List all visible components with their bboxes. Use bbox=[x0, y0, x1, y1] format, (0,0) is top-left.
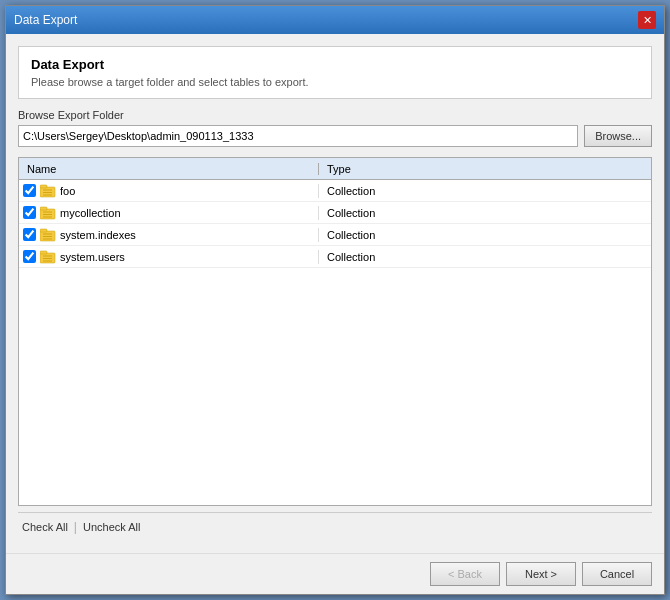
footer: < Back Next > Cancel bbox=[6, 553, 664, 594]
main-content: Data Export Please browse a target folde… bbox=[6, 34, 664, 553]
data-export-window: Data Export ✕ Data Export Please browse … bbox=[5, 5, 665, 595]
folder-section: Browse Export Folder Browse... bbox=[18, 109, 652, 147]
column-header-type: Type bbox=[319, 163, 651, 175]
row-type: Collection bbox=[319, 229, 651, 241]
table-header: Name Type bbox=[19, 158, 651, 180]
table-body: fooCollection mycollectionCollection sys… bbox=[19, 180, 651, 505]
folder-label: Browse Export Folder bbox=[18, 109, 652, 121]
table-row: mycollectionCollection bbox=[19, 202, 651, 224]
row-name: mycollection bbox=[60, 207, 121, 219]
header-title: Data Export bbox=[31, 57, 639, 72]
svg-rect-15 bbox=[40, 253, 55, 263]
check-all-button[interactable]: Check All bbox=[18, 519, 72, 535]
collection-icon bbox=[40, 228, 56, 242]
row-checkbox[interactable] bbox=[23, 228, 36, 241]
header-panel: Data Export Please browse a target folde… bbox=[18, 46, 652, 99]
table-row: fooCollection bbox=[19, 180, 651, 202]
back-button[interactable]: < Back bbox=[430, 562, 500, 586]
collection-icon bbox=[40, 184, 56, 198]
svg-rect-16 bbox=[40, 251, 47, 254]
svg-rect-1 bbox=[40, 185, 47, 188]
browse-button[interactable]: Browse... bbox=[584, 125, 652, 147]
row-type: Collection bbox=[319, 185, 651, 197]
row-checkbox[interactable] bbox=[23, 184, 36, 197]
cancel-button[interactable]: Cancel bbox=[582, 562, 652, 586]
row-name: system.users bbox=[60, 251, 125, 263]
close-button[interactable]: ✕ bbox=[638, 11, 656, 29]
svg-rect-11 bbox=[40, 229, 47, 232]
svg-rect-6 bbox=[40, 207, 47, 210]
svg-rect-0 bbox=[40, 187, 55, 197]
row-name: system.indexes bbox=[60, 229, 136, 241]
header-subtitle: Please browse a target folder and select… bbox=[31, 76, 639, 88]
row-name: foo bbox=[60, 185, 75, 197]
row-type: Collection bbox=[319, 207, 651, 219]
collection-icon bbox=[40, 206, 56, 220]
bottom-actions: Check All | Uncheck All bbox=[18, 512, 652, 541]
row-type: Collection bbox=[319, 251, 651, 263]
collection-icon bbox=[40, 250, 56, 264]
separator: | bbox=[74, 520, 77, 534]
folder-row: Browse... bbox=[18, 125, 652, 147]
window-title: Data Export bbox=[14, 13, 77, 27]
uncheck-all-button[interactable]: Uncheck All bbox=[79, 519, 144, 535]
title-bar-controls: ✕ bbox=[638, 11, 656, 29]
svg-rect-10 bbox=[40, 231, 55, 241]
table-row: system.usersCollection bbox=[19, 246, 651, 268]
next-button[interactable]: Next > bbox=[506, 562, 576, 586]
title-bar: Data Export ✕ bbox=[6, 6, 664, 34]
svg-rect-5 bbox=[40, 209, 55, 219]
column-header-name: Name bbox=[19, 163, 319, 175]
folder-path-input[interactable] bbox=[18, 125, 578, 147]
table-row: system.indexesCollection bbox=[19, 224, 651, 246]
collections-table: Name Type fooCollection mycollectionColl… bbox=[18, 157, 652, 506]
row-checkbox[interactable] bbox=[23, 250, 36, 263]
row-checkbox[interactable] bbox=[23, 206, 36, 219]
